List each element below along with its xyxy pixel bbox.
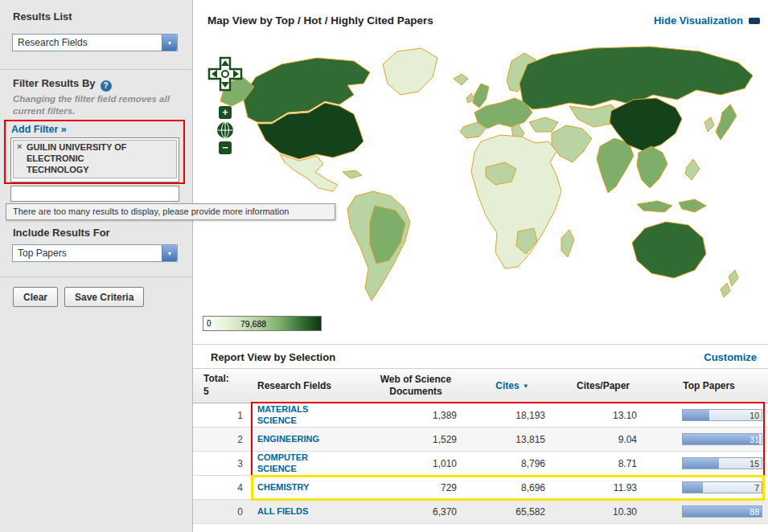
row-rank: 1 [193,403,251,427]
cites-value: 8,696 [468,476,556,499]
add-filter-link[interactable]: Add Filter » [11,124,67,135]
map-country[interactable] [280,154,338,191]
map-country[interactable] [637,146,667,188]
map-country[interactable] [561,230,574,257]
filter-input[interactable] [10,186,179,202]
results-list-dropdown[interactable]: Research Fields ▼ [12,34,178,51]
row-rank: 4 [193,476,251,499]
globe-icon[interactable] [216,121,234,139]
remove-icon[interactable]: × [17,141,22,151]
zoom-in-icon[interactable]: + [219,106,232,119]
map-country[interactable] [679,199,706,212]
include-results-dropdown[interactable]: Top Papers ▼ [12,244,178,262]
cites-per-paper-value: 8.71 [556,452,650,475]
hide-visualization-label: Hide Visualization [654,14,743,27]
pan-control[interactable] [207,56,243,92]
docs-value: 729 [363,476,468,499]
map-country[interactable] [721,283,730,297]
include-results-value: Top Papers [13,248,162,259]
docs-value: 6,370 [363,500,468,523]
cites-label: Cites [495,380,519,391]
include-results-title: Include Results For [13,227,110,239]
table-row: 2 ENGINEERING 1,529 13,815 9.04 31 [193,428,768,452]
map-controls: + − [207,56,243,154]
chevron-down-icon[interactable]: ▼ [162,35,177,51]
filter-chip: × GUILIN UNIVERSITY OF ELECTRONIC TECHNO… [13,140,177,178]
field-link[interactable]: ALL FIELDS [257,506,308,517]
docs-value: 1,529 [363,428,468,451]
top-papers-value: 31 [750,435,759,444]
collapse-icon [749,18,760,24]
top-papers-value: 7 [754,483,759,493]
clear-button[interactable]: Clear [13,287,58,307]
bar-fill [683,458,719,469]
cites-per-paper-value: 9.04 [556,428,650,451]
divider [0,276,193,277]
top-papers-value: 15 [750,459,759,469]
table-row: 3 COMPUTER SCIENCE 1,010 8,796 8.71 15 [193,452,768,476]
filter-chip-label: GUILIN UNIVERSITY OF ELECTRONIC TECHNOLO… [27,142,147,175]
page: Results List Research Fields ▼ Filter Re… [0,0,768,532]
filter-note: Changing the filter field removes all cu… [13,93,175,117]
help-icon[interactable]: ? [101,80,112,92]
total-label: Total: [203,373,229,386]
zoom-out-icon[interactable]: − [219,141,232,154]
map-country[interactable] [632,222,706,278]
chevron-glyph: ▼ [167,251,173,256]
save-criteria-button[interactable]: Save Criteria [64,287,144,307]
table-row: 4 CHEMISTRY 729 8,696 11.93 7 [193,476,768,500]
column-header-wos-documents[interactable]: Web of Science Documents [363,369,468,403]
docs-value: 1,010 [363,452,468,475]
filter-chip-box[interactable]: × GUILIN UNIVERSITY OF ELECTRONIC TECHNO… [10,137,179,182]
field-link[interactable]: ENGINEERING [257,434,319,444]
map-country[interactable] [552,125,592,162]
column-header-research-fields[interactable]: Research Fields [251,369,363,403]
wos-documents-label: Web of Science Documents [374,374,458,398]
report-view-title: Report View by Selection [211,351,335,363]
chevron-glyph: ▼ [167,40,173,46]
top-papers-bar: 15 [682,457,762,469]
map-color-scale: 0 79,688 [203,316,322,331]
top-papers-bar: 31 [682,433,762,445]
world-map-visualization[interactable] [198,37,761,310]
cites-value: 18,193 [468,403,556,427]
top-papers-value: 88 [750,507,759,517]
map-country[interactable] [383,48,437,95]
map-country[interactable] [704,117,714,132]
cites-per-paper-value: 13.10 [556,403,650,427]
table-header-row: Total: 5 Research Fields Web of Science … [193,368,768,403]
field-link[interactable]: COMPUTER SCIENCE [257,452,338,473]
filter-results-label: Filter Results By [13,77,96,89]
map-country[interactable] [454,74,468,85]
map-country[interactable] [729,270,738,286]
bar-fill [683,410,709,420]
top-papers-bar: 7 [682,481,762,493]
field-link[interactable]: MATERIALS SCIENCE [257,404,338,425]
map-country[interactable] [716,104,737,140]
cites-value: 65,582 [468,500,556,523]
map-country[interactable] [597,138,634,193]
map-country[interactable] [529,117,558,132]
column-header-cites-per-paper[interactable]: Cites/Paper [556,369,650,403]
column-header-cites[interactable]: Cites ▼ [468,369,556,403]
divider [0,69,193,70]
results-list-title: Results List [13,10,72,23]
cites-per-paper-value: 11.93 [556,476,650,499]
bar-fill [683,434,759,444]
map-view-title: Map View by Top / Hot / Highly Cited Pap… [207,14,433,27]
total-value: 5 [203,386,209,399]
chevron-down-icon[interactable]: ▼ [162,245,177,261]
map-country[interactable] [637,201,672,212]
column-header-top-papers[interactable]: Top Papers [650,369,768,403]
map-country[interactable] [473,84,489,108]
map-country[interactable] [471,135,561,268]
customize-link[interactable]: Customize [704,351,757,363]
map-country[interactable] [343,170,362,178]
hide-visualization-link[interactable]: Hide Visualization [654,14,760,27]
field-link[interactable]: CHEMISTRY [257,482,309,493]
bar-fill [683,482,703,493]
row-rank: 3 [193,452,251,475]
cites-value: 13,815 [468,428,556,451]
report-table: Total: 5 Research Fields Web of Science … [193,368,768,524]
map-country[interactable] [685,159,700,180]
